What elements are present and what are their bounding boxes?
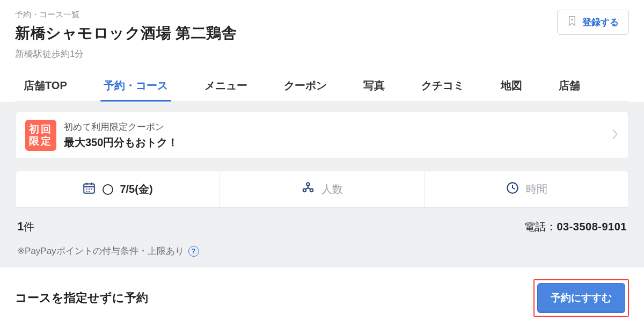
coupon-badge-line1: 初回 <box>29 123 53 135</box>
svg-point-7 <box>91 188 92 190</box>
svg-point-8 <box>86 191 87 192</box>
clock-icon <box>506 181 519 198</box>
result-count-number: 1 <box>17 220 24 233</box>
bookmark-icon <box>567 15 577 30</box>
people-placeholder: 人数 <box>321 182 343 197</box>
cta-highlight-frame: 予約にすすむ <box>533 279 629 317</box>
svg-point-6 <box>89 188 90 190</box>
result-count: 1件 <box>17 220 34 234</box>
tab-reserve-course[interactable]: 予約・コース <box>104 70 168 101</box>
coupon-badge-line2: 限定 <box>29 135 53 147</box>
chevron-right-icon <box>611 128 619 143</box>
tab-store[interactable]: 店舗 <box>559 70 580 101</box>
svg-point-12 <box>310 189 313 192</box>
tab-bar: 店舗TOP 予約・コース メニュー クーポン 写真 クチコミ 地図 店舗 <box>15 70 629 102</box>
svg-line-18 <box>513 188 515 189</box>
reservation-selector: 7/5(金) 人数 <box>15 171 629 208</box>
coupon-subtitle: 初めて利用限定クーポン <box>64 121 604 133</box>
date-selector[interactable]: 7/5(金) <box>16 171 219 207</box>
station-info: 新橋駅徒歩約1分 <box>15 48 629 60</box>
date-value: 7/5(金) <box>120 182 152 197</box>
people-icon <box>301 181 315 198</box>
svg-line-15 <box>308 188 311 189</box>
coupon-badge: 初回 限定 <box>25 120 56 151</box>
svg-point-10 <box>306 183 310 186</box>
cta-bar: コースを指定せずに予約 予約にすすむ <box>0 267 644 327</box>
time-placeholder: 時間 <box>526 182 547 197</box>
restaurant-name: 新橋シャモロック酒場 第二鶏舎 <box>15 23 629 43</box>
svg-point-0 <box>571 19 573 21</box>
points-note-text: ※PayPayポイントの付与条件・上限あり <box>17 245 184 257</box>
tab-map[interactable]: 地図 <box>501 70 522 101</box>
points-note: ※PayPayポイントの付与条件・上限あり ? <box>15 245 629 257</box>
svg-point-9 <box>89 191 90 192</box>
tab-review[interactable]: クチコミ <box>421 70 464 101</box>
results-meta: 1件 電話：03-3508-9101 <box>15 220 629 234</box>
svg-point-11 <box>303 189 306 192</box>
calendar-icon <box>82 181 96 198</box>
result-count-unit: 件 <box>24 221 34 232</box>
header: 予約・コース一覧 新橋シャモロック酒場 第二鶏舎 新橋駅徒歩約1分 登録する 店… <box>0 0 644 102</box>
help-icon[interactable]: ? <box>188 246 199 257</box>
tab-photo[interactable]: 写真 <box>363 70 385 101</box>
tab-menu[interactable]: メニュー <box>204 70 247 101</box>
time-selector[interactable]: 時間 <box>424 171 628 207</box>
tab-store-top[interactable]: 店舗TOP <box>24 70 67 101</box>
first-time-coupon-card[interactable]: 初回 限定 初めて利用限定クーポン 最大350円分もおトク！ <box>15 112 629 159</box>
vacancy-circle-icon <box>103 184 113 195</box>
tab-coupon[interactable]: クーポン <box>284 70 327 101</box>
proceed-reserve-button[interactable]: 予約にすすむ <box>537 283 625 313</box>
phone-number: 03-3508-9101 <box>557 221 627 232</box>
people-selector[interactable]: 人数 <box>219 171 424 207</box>
svg-point-5 <box>86 188 87 190</box>
register-button[interactable]: 登録する <box>557 10 629 35</box>
phone-label: 電話： <box>524 221 557 232</box>
svg-line-14 <box>305 188 308 189</box>
phone: 電話：03-3508-9101 <box>524 220 627 234</box>
coupon-title: 最大350円分もおトク！ <box>64 135 604 150</box>
register-label: 登録する <box>582 16 619 28</box>
cta-text: コースを指定せずに予約 <box>15 290 148 306</box>
coupon-text: 初めて利用限定クーポン 最大350円分もおトク！ <box>64 121 604 150</box>
breadcrumb: 予約・コース一覧 <box>15 10 629 20</box>
